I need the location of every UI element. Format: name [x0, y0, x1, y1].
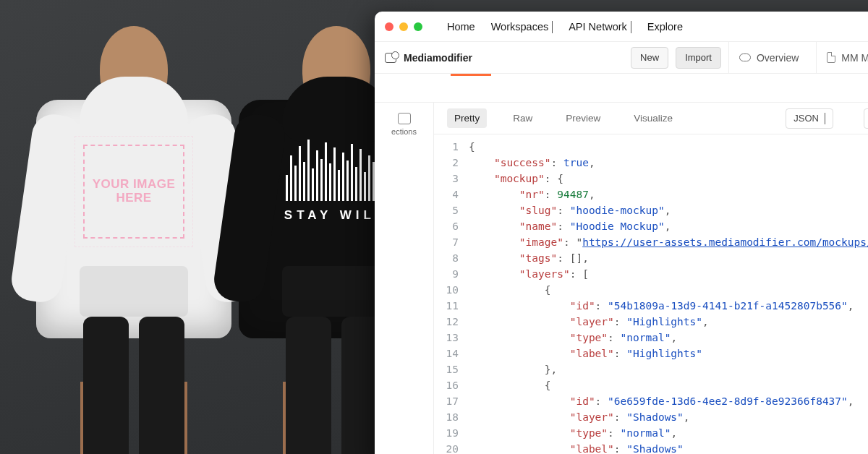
window-controls: [385, 22, 422, 31]
format-select[interactable]: JSON: [786, 108, 833, 129]
tab-mm-mock-label: MM Mock: [841, 52, 868, 64]
json-response-body[interactable]: 1{2 "success": true,3 "mockup": {4 "nr":…: [434, 134, 868, 454]
chevron-down-icon: [825, 113, 825, 124]
nav-workspaces[interactable]: Workspaces: [491, 21, 553, 33]
response-view-tabs: Pretty Raw Preview Visualize JSON: [434, 103, 868, 134]
chevron-down-icon: [552, 21, 553, 33]
minimize-window-button[interactable]: [399, 22, 408, 31]
tab-mm-mock[interactable]: MM Mock: [816, 42, 868, 73]
close-window-button[interactable]: [385, 22, 393, 31]
tab-overview[interactable]: Overview: [728, 42, 809, 73]
format-select-label: JSON: [793, 113, 819, 124]
collections-icon: [398, 113, 411, 124]
maximize-window-button[interactable]: [414, 22, 422, 31]
nav-workspaces-label: Workspaces: [491, 21, 549, 33]
response-tab-visualize[interactable]: Visualize: [626, 108, 680, 128]
request-tabs-row: [375, 74, 868, 103]
workspace-icon: [385, 53, 396, 63]
nav-home[interactable]: Home: [447, 21, 475, 33]
wrap-lines-button[interactable]: [864, 108, 868, 129]
placeholder-print-area: YOUR IMAGE HERE: [83, 145, 184, 239]
api-client-window: Home Workspaces API Network Explore Medi…: [375, 12, 868, 454]
sidebar-item-label: ections: [391, 127, 417, 136]
nav-explore[interactable]: Explore: [647, 21, 683, 33]
sidebar: ections: [375, 103, 434, 454]
document-icon: [827, 52, 835, 63]
workspace-toolbar: Mediamodifier New Import Overview MM Moc…: [375, 42, 868, 74]
nav-api-network[interactable]: API Network: [569, 21, 631, 33]
response-tab-preview[interactable]: Preview: [558, 108, 608, 128]
window-titlebar: Home Workspaces API Network Explore: [375, 12, 868, 42]
chevron-down-icon: [631, 21, 631, 33]
tab-overview-label: Overview: [757, 52, 799, 64]
overview-icon: [739, 52, 751, 64]
sidebar-item-collections[interactable]: ections: [375, 106, 433, 143]
response-tab-pretty[interactable]: Pretty: [447, 108, 487, 128]
response-tab-raw[interactable]: Raw: [506, 108, 540, 128]
nav-api-network-label: API Network: [569, 21, 627, 33]
import-button[interactable]: Import: [676, 47, 721, 69]
workspace-name[interactable]: Mediamodifier: [404, 52, 624, 64]
mockup-model-white-hoodie: YOUR IMAGE HERE: [29, 13, 239, 454]
active-tab-indicator: [451, 74, 491, 76]
new-button[interactable]: New: [631, 47, 668, 69]
